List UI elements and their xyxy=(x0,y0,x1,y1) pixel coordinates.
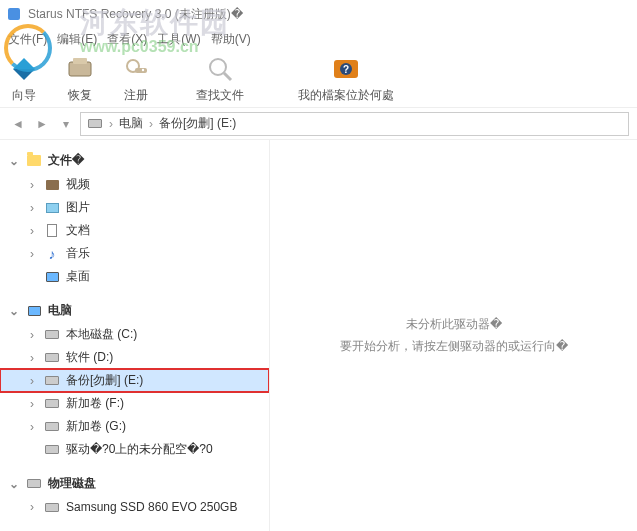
tree-item-label: 驱动�?0上的未分配空�?0 xyxy=(66,441,213,458)
menu-view[interactable]: 查看(X) xyxy=(107,31,147,48)
video-icon xyxy=(44,177,60,193)
svg-point-6 xyxy=(210,59,226,75)
computer-icon xyxy=(26,303,42,319)
wizard-button[interactable]: 向导 xyxy=(8,53,40,104)
svg-rect-1 xyxy=(69,62,91,76)
chevron-right-icon[interactable]: › xyxy=(26,397,38,411)
breadcrumb-bar: ◄ ► ▾ › 电脑 › 备份[勿删] (E:) xyxy=(0,108,637,140)
chevron-right-icon[interactable]: › xyxy=(26,201,38,215)
tree-item-label: 文档 xyxy=(66,222,90,239)
app-icon xyxy=(6,6,22,22)
tree-item-drive-f[interactable]: › 新加卷 (F:) xyxy=(0,392,269,415)
tree-item-music[interactable]: › ♪ 音乐 xyxy=(0,242,269,265)
chevron-down-icon[interactable]: ⌄ xyxy=(8,154,20,168)
chevron-right-icon: › xyxy=(109,117,113,131)
menu-file[interactable]: 文件(F) xyxy=(8,31,47,48)
svg-line-7 xyxy=(224,73,231,80)
tree-item-label: 新加卷 (G:) xyxy=(66,418,126,435)
search-icon xyxy=(204,53,236,85)
tree-item-label: 音乐 xyxy=(66,245,90,262)
drive-icon xyxy=(44,499,60,515)
register-icon xyxy=(120,53,152,85)
wizard-icon xyxy=(8,53,40,85)
picture-icon xyxy=(44,200,60,216)
tree-item-desktop[interactable]: 桌面 xyxy=(0,265,269,288)
register-label: 注册 xyxy=(124,87,148,104)
tree-header-files[interactable]: ⌄ 文件� xyxy=(0,148,269,173)
tree-header-computer[interactable]: ⌄ 电脑 xyxy=(0,298,269,323)
tree-item-documents[interactable]: › 文档 xyxy=(0,219,269,242)
tree-header-label: 物理磁盘 xyxy=(48,475,96,492)
breadcrumb[interactable]: › 电脑 › 备份[勿删] (E:) xyxy=(80,112,629,136)
main: ⌄ 文件� › 视频 › 图片 › 文档 › ♪ 音乐 xyxy=(0,140,637,531)
tree-item-ssd[interactable]: › Samsung SSD 860 EVO 250GB xyxy=(0,496,269,518)
tree-item-label: 新加卷 (F:) xyxy=(66,395,124,412)
tree-item-unallocated[interactable]: 驱动�?0上的未分配空�?0 xyxy=(0,438,269,461)
menu-tools[interactable]: 工具(W) xyxy=(157,31,200,48)
recover-icon xyxy=(64,53,96,85)
chevron-right-icon[interactable]: › xyxy=(26,328,38,342)
tree-header-label: 文件� xyxy=(48,152,84,169)
where-button[interactable]: ? 我的檔案位於何處 xyxy=(298,53,394,104)
drive-icon xyxy=(44,419,60,435)
svg-rect-0 xyxy=(8,8,20,20)
tree-item-drive-e[interactable]: › 备份[勿删] (E:) xyxy=(0,369,269,392)
register-button[interactable]: 注册 xyxy=(120,53,152,104)
tree-item-drive-g[interactable]: › 新加卷 (G:) xyxy=(0,415,269,438)
tree-item-drive-d[interactable]: › 软件 (D:) xyxy=(0,346,269,369)
document-icon xyxy=(44,223,60,239)
chevron-right-icon[interactable]: › xyxy=(26,420,38,434)
tree-group-computer: ⌄ 电脑 › 本地磁盘 (C:) › 软件 (D:) › 备份[勿删] (E:)… xyxy=(0,298,269,461)
chevron-right-icon[interactable]: › xyxy=(26,178,38,192)
tree-item-label: 软件 (D:) xyxy=(66,349,113,366)
tree-item-label: 本地磁盘 (C:) xyxy=(66,326,137,343)
drive-icon xyxy=(26,476,42,492)
nav-forward-icon[interactable]: ► xyxy=(32,114,52,134)
breadcrumb-current[interactable]: 备份[勿删] (E:) xyxy=(159,115,236,132)
content-message-2: 要开始分析，请按左侧驱动器的或运行向� xyxy=(340,336,568,358)
tree-header-physical[interactable]: ⌄ 物理磁盘 xyxy=(0,471,269,496)
drive-icon xyxy=(44,350,60,366)
drive-icon xyxy=(44,396,60,412)
drive-icon xyxy=(44,327,60,343)
content-panel: 未分析此驱动器� 要开始分析，请按左侧驱动器的或运行向� xyxy=(270,140,637,531)
tree-group-physical: ⌄ 物理磁盘 › Samsung SSD 860 EVO 250GB xyxy=(0,471,269,518)
tree-item-label: 备份[勿删] (E:) xyxy=(66,372,143,389)
find-button[interactable]: 查找文件 xyxy=(196,53,244,104)
tree-item-drive-c[interactable]: › 本地磁盘 (C:) xyxy=(0,323,269,346)
recover-button[interactable]: 恢复 xyxy=(64,53,96,104)
titlebar: Starus NTFS Recovery 3.0 (未注册版)� xyxy=(0,0,637,28)
desktop-icon xyxy=(44,269,60,285)
svg-rect-2 xyxy=(73,58,87,64)
tree-panel: ⌄ 文件� › 视频 › 图片 › 文档 › ♪ 音乐 xyxy=(0,140,270,531)
menu-edit[interactable]: 编辑(E) xyxy=(57,31,97,48)
svg-text:?: ? xyxy=(343,64,349,75)
tree-item-video[interactable]: › 视频 xyxy=(0,173,269,196)
recover-label: 恢复 xyxy=(68,87,92,104)
chevron-down-icon[interactable]: ⌄ xyxy=(8,304,20,318)
chevron-right-icon[interactable]: › xyxy=(26,351,38,365)
wizard-label: 向导 xyxy=(12,87,36,104)
drive-icon xyxy=(44,442,60,458)
tree-header-label: 电脑 xyxy=(48,302,72,319)
chevron-right-icon[interactable]: › xyxy=(26,374,38,388)
find-label: 查找文件 xyxy=(196,87,244,104)
chevron-down-icon[interactable]: ⌄ xyxy=(8,477,20,491)
chevron-right-icon[interactable]: › xyxy=(26,224,38,238)
svg-point-5 xyxy=(142,69,144,71)
tree-item-label: 桌面 xyxy=(66,268,90,285)
svg-rect-4 xyxy=(135,68,147,73)
help-icon: ? xyxy=(330,53,362,85)
folder-icon xyxy=(26,153,42,169)
nav-back-icon[interactable]: ◄ xyxy=(8,114,28,134)
chevron-right-icon[interactable]: › xyxy=(26,500,38,514)
nav-dropdown-icon[interactable]: ▾ xyxy=(56,114,76,134)
chevron-right-icon: › xyxy=(149,117,153,131)
menu-help[interactable]: 帮助(V) xyxy=(211,31,251,48)
tree-group-files: ⌄ 文件� › 视频 › 图片 › 文档 › ♪ 音乐 xyxy=(0,148,269,288)
menubar: 文件(F) 编辑(E) 查看(X) 工具(W) 帮助(V) xyxy=(0,28,637,50)
toolbar: 向导 恢复 注册 查找文件 ? 我的檔案位於何處 xyxy=(0,50,637,108)
breadcrumb-root[interactable]: 电脑 xyxy=(119,115,143,132)
tree-item-pictures[interactable]: › 图片 xyxy=(0,196,269,219)
chevron-right-icon[interactable]: › xyxy=(26,247,38,261)
